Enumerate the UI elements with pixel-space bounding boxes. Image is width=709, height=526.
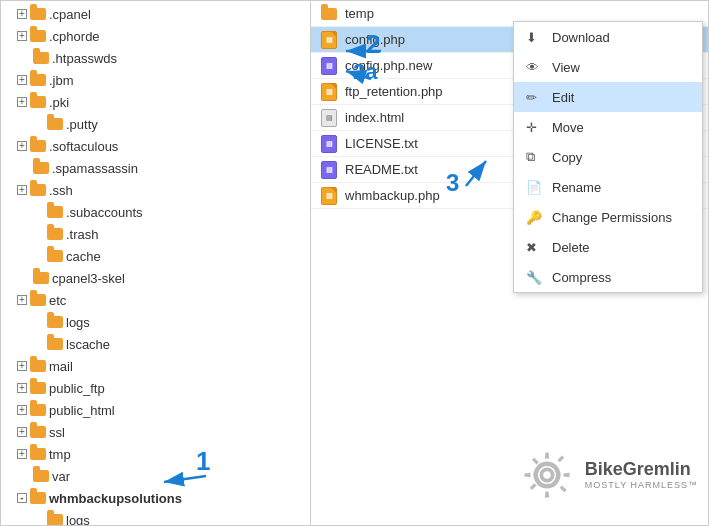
folder-icon-pki — [30, 94, 46, 110]
tree-label-ssh: .ssh — [49, 183, 73, 198]
cm-label-change-permissions: Change Permissions — [552, 210, 672, 225]
tree-item-whmbackupsolutions-logs[interactable]: logs — [1, 509, 310, 525]
cm-label-rename: Rename — [552, 180, 601, 195]
tree-label-cache: cache — [66, 249, 101, 264]
folder-icon-tmp — [30, 446, 46, 462]
logo-sub-text: MOSTLY HARMLESS™ — [585, 480, 698, 491]
folder-icon-cpanel — [30, 6, 46, 22]
tree-label-spamassassin: .spamassassin — [52, 161, 138, 176]
tree-item-trash[interactable]: .trash — [1, 223, 310, 245]
cm-label-view: View — [552, 60, 580, 75]
cm-label-delete: Delete — [552, 240, 590, 255]
tree-toggle-pki[interactable]: + — [17, 97, 27, 107]
tree-toggle-ssh[interactable]: + — [17, 185, 27, 195]
cm-icon-rename: 📄 — [526, 180, 544, 195]
cm-icon-download: ⬇ — [526, 30, 544, 45]
folder-icon-softaculous — [30, 138, 46, 154]
tree-item-pki[interactable]: +.pki — [1, 91, 310, 113]
file-name-index-html: index.html — [345, 110, 404, 125]
tree-item-cphorde[interactable]: +.cphorde — [1, 25, 310, 47]
tree-item-public_ftp[interactable]: +public_ftp — [1, 377, 310, 399]
folder-icon — [321, 8, 337, 20]
tree-item-etc[interactable]: +etc — [1, 289, 310, 311]
folder-icon-lscache — [47, 336, 63, 352]
file-icon-config-php: ▤ — [319, 30, 339, 50]
context-menu-item-download[interactable]: ⬇ Download — [514, 22, 702, 52]
context-menu-item-delete[interactable]: ✖ Delete — [514, 232, 702, 262]
tree-toggle-softaculous[interactable]: + — [17, 141, 27, 151]
tree-item-cpanel[interactable]: +.cpanel — [1, 3, 310, 25]
tree-item-cache[interactable]: cache — [1, 245, 310, 267]
tree-label-tmp: tmp — [49, 447, 71, 462]
gear-logo-icon — [517, 445, 577, 505]
file-name-readme: README.txt — [345, 162, 418, 177]
folder-icon-whmbackupsolutions-logs — [47, 512, 63, 525]
tree-label-logs: logs — [66, 315, 90, 330]
context-menu: ⬇ Download 👁 View ✏ Edit ✛ Move ⧉ Copy 📄… — [513, 21, 703, 293]
tree-item-cpanel3-skel[interactable]: cpanel3-skel — [1, 267, 310, 289]
cm-label-edit: Edit — [552, 90, 574, 105]
context-menu-item-view[interactable]: 👁 View — [514, 52, 702, 82]
cm-icon-compress: 🔧 — [526, 270, 544, 285]
tree-item-public_html[interactable]: +public_html — [1, 399, 310, 421]
tree-item-whmbackupsolutions[interactable]: -whmbackupsolutions — [1, 487, 310, 509]
tree-item-ssl[interactable]: +ssl — [1, 421, 310, 443]
tree-item-tmp[interactable]: +tmp — [1, 443, 310, 465]
tree-label-ssl: ssl — [49, 425, 65, 440]
tree-toggle-whmbackupsolutions[interactable]: - — [17, 493, 27, 503]
cm-label-compress: Compress — [552, 270, 611, 285]
folder-icon-trash — [47, 226, 63, 242]
tree-label-public_ftp: public_ftp — [49, 381, 105, 396]
context-menu-item-rename[interactable]: 📄 Rename — [514, 172, 702, 202]
php-file-icon: ▤ — [321, 31, 337, 49]
txt-file-icon: ▤ — [321, 135, 337, 153]
tree-label-whmbackupsolutions: whmbackupsolutions — [49, 491, 182, 506]
file-icon-whmbackup: ▤ — [319, 186, 339, 206]
php-file-icon: ▤ — [321, 187, 337, 205]
context-menu-item-move[interactable]: ✛ Move — [514, 112, 702, 142]
tree-label-htpasswds: .htpasswds — [52, 51, 117, 66]
folder-icon-cache — [47, 248, 63, 264]
tree-toggle-cpanel[interactable]: + — [17, 9, 27, 19]
cm-label-move: Move — [552, 120, 584, 135]
folder-icon-cpanel3-skel — [33, 270, 49, 286]
file-name-ftp-retention: ftp_retention.php — [345, 84, 443, 99]
tree-item-jbm[interactable]: +.jbm — [1, 69, 310, 91]
tree-item-var[interactable]: var — [1, 465, 310, 487]
left-panel[interactable]: +.cpanel+.cphorde.htpasswds+.jbm+.pki.pu… — [1, 1, 311, 525]
logo-area: BikeGremlin MOSTLY HARMLESS™ — [517, 445, 698, 505]
txt-file-icon: ▤ — [321, 57, 337, 75]
tree-item-spamassassin[interactable]: .spamassassin — [1, 157, 310, 179]
tree-item-ssh[interactable]: +.ssh — [1, 179, 310, 201]
txt-file-icon: ▤ — [321, 161, 337, 179]
tree-toggle-public_ftp[interactable]: + — [17, 383, 27, 393]
tree-item-logs[interactable]: logs — [1, 311, 310, 333]
context-menu-item-copy[interactable]: ⧉ Copy — [514, 142, 702, 172]
file-icon-ftp-retention: ▤ — [319, 82, 339, 102]
tree-item-putty[interactable]: .putty — [1, 113, 310, 135]
tree-toggle-public_html[interactable]: + — [17, 405, 27, 415]
context-menu-item-compress[interactable]: 🔧 Compress — [514, 262, 702, 292]
context-menu-item-change-permissions[interactable]: 🔑 Change Permissions — [514, 202, 702, 232]
tree-toggle-cphorde[interactable]: + — [17, 31, 27, 41]
tree-label-whmbackupsolutions-logs: logs — [66, 513, 90, 526]
context-menu-item-edit[interactable]: ✏ Edit — [514, 82, 702, 112]
tree-toggle-jbm[interactable]: + — [17, 75, 27, 85]
tree-item-softaculous[interactable]: +.softaculous — [1, 135, 310, 157]
tree-item-mail[interactable]: +mail — [1, 355, 310, 377]
cm-label-download: Download — [552, 30, 610, 45]
tree-item-lscache[interactable]: lscache — [1, 333, 310, 355]
folder-icon-spamassassin — [33, 160, 49, 176]
tree-toggle-tmp[interactable]: + — [17, 449, 27, 459]
folder-icon-public_html — [30, 402, 46, 418]
folder-icon-ssh — [30, 182, 46, 198]
tree-item-htpasswds[interactable]: .htpasswds — [1, 47, 310, 69]
tree-label-mail: mail — [49, 359, 73, 374]
folder-icon-etc — [30, 292, 46, 308]
tree-toggle-etc[interactable]: + — [17, 295, 27, 305]
logo-text: BikeGremlin MOSTLY HARMLESS™ — [585, 459, 698, 491]
tree-label-lscache: lscache — [66, 337, 110, 352]
tree-toggle-ssl[interactable]: + — [17, 427, 27, 437]
tree-toggle-mail[interactable]: + — [17, 361, 27, 371]
tree-item-subaccounts[interactable]: .subaccounts — [1, 201, 310, 223]
